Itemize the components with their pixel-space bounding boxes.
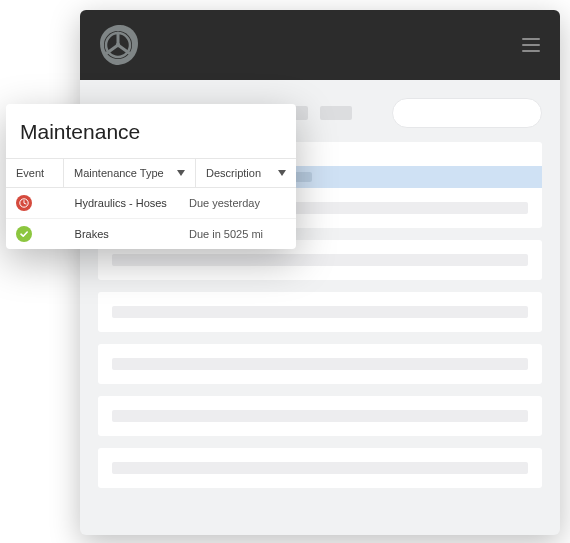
menu-icon[interactable] (522, 38, 540, 52)
search-input[interactable] (392, 98, 542, 128)
table-header: Event Maintenance Type Description (6, 158, 296, 188)
status-cell (16, 195, 63, 211)
skeleton-bar (112, 462, 528, 474)
column-type[interactable]: Maintenance Type (64, 159, 196, 187)
skeleton-bar (112, 306, 528, 318)
description-cell: Due yesterday (189, 197, 286, 209)
type-cell: Brakes (63, 228, 189, 240)
steering-wheel-icon (98, 23, 142, 67)
table-row[interactable]: Brakes Due in 5025 mi (6, 219, 296, 249)
description-cell: Due in 5025 mi (189, 228, 286, 240)
status-cell (16, 226, 63, 242)
panel-title: Maintenance (6, 104, 296, 158)
app-logo (96, 21, 144, 69)
app-header (80, 10, 560, 80)
app-window (80, 10, 560, 535)
list-card (98, 344, 542, 384)
skeleton-bar (320, 106, 352, 120)
column-label: Event (16, 167, 44, 179)
clock-icon (16, 195, 32, 211)
check-icon (16, 226, 32, 242)
svg-point-2 (116, 43, 120, 47)
skeleton-bar (112, 358, 528, 370)
table-row[interactable]: Hydraulics - Hoses Due yesterday (6, 188, 296, 219)
column-label: Description (206, 167, 261, 179)
column-description[interactable]: Description (196, 159, 296, 187)
list-card (98, 292, 542, 332)
chevron-down-icon (177, 170, 185, 176)
skeleton-bar (112, 410, 528, 422)
chevron-down-icon (278, 170, 286, 176)
skeleton-bar (112, 254, 528, 266)
column-event[interactable]: Event (6, 159, 64, 187)
column-label: Maintenance Type (74, 167, 164, 179)
type-cell: Hydraulics - Hoses (63, 197, 189, 209)
list-card (98, 396, 542, 436)
maintenance-panel: Maintenance Event Maintenance Type Descr… (6, 104, 296, 249)
list-card (98, 448, 542, 488)
